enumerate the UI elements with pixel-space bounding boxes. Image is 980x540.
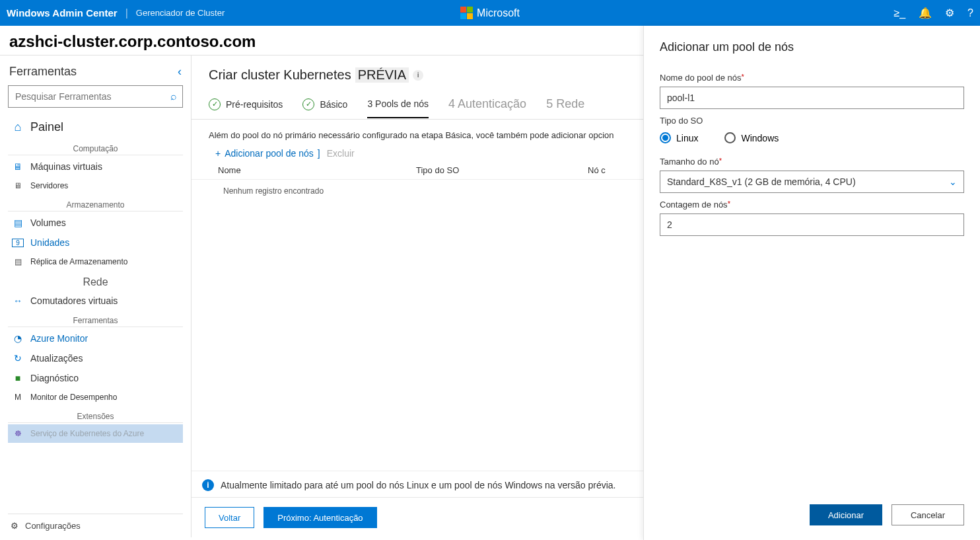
plus-icon: +	[215, 148, 221, 159]
sidebar-item-diagnostics[interactable]: ■ Diagnóstico	[8, 368, 183, 388]
perf-icon: M	[12, 393, 24, 402]
step-basic[interactable]: ✓ Básico	[302, 93, 347, 118]
search-input[interactable]	[14, 91, 170, 102]
group-compute: Computação	[8, 144, 183, 155]
step-nodepools[interactable]: 3 Pools de nós	[367, 93, 429, 118]
context-name[interactable]: Gerenciador de Cluster	[136, 8, 225, 18]
preview-label: PRÉVIA	[355, 67, 409, 83]
sidebar-item-label: Comutadores virtuais	[30, 295, 118, 306]
step-auth[interactable]: 4 Autenticação	[448, 92, 526, 119]
step-label: Pré-requisitos	[226, 99, 283, 110]
info-text: Atualmente limitado para até um pool do …	[221, 480, 615, 490]
sidebar-item-azure-monitor[interactable]: ◔ Azure Monitor	[8, 328, 183, 348]
step-network[interactable]: 5 Rede	[546, 92, 584, 119]
sidebar-item-volumes[interactable]: ▤ Volumes	[8, 213, 183, 233]
sidebar-item-label: Configurações	[25, 521, 81, 531]
next-button[interactable]: Próximo: Autenticação	[263, 507, 376, 528]
help-icon[interactable]: ?	[967, 7, 973, 19]
brand-text: Microsoft	[477, 7, 520, 19]
sidebar-item-label: Diagnóstico	[30, 373, 79, 383]
sidebar-item-label: Serviço de Kubernetes do Azure	[30, 429, 144, 438]
os-type-radios: Linux Windows	[660, 132, 964, 143]
sidebar-item-vswitches[interactable]: ↔ Comutadores virtuais	[8, 291, 183, 311]
sidebar-item-drives[interactable]: 9 Unidades	[8, 233, 183, 252]
sidebar-item-label: Servidores	[30, 181, 68, 190]
group-extensions: Extensões	[8, 412, 183, 423]
gear-icon: ⚙	[11, 521, 18, 531]
notifications-icon[interactable]: 🔔	[919, 7, 932, 19]
step-prereq[interactable]: ✓ Pré-requisitos	[209, 93, 283, 118]
drives-icon: 9	[12, 239, 24, 247]
server-icon: 🖥	[12, 181, 24, 190]
group-tools: Ferramentas	[8, 316, 183, 327]
product-name: Windows Admin Center	[7, 7, 118, 19]
sidebar-item-label: Unidades	[30, 237, 69, 248]
tools-title: Ferramentas	[9, 65, 77, 79]
info-icon: i	[202, 479, 214, 491]
select-node-size[interactable]: Standard_K8S_v1 (2 GB de memória, 4 CPU)…	[660, 171, 964, 193]
sidebar-item-perf-monitor[interactable]: M Monitor de Desempenho	[8, 388, 183, 406]
back-button[interactable]: Voltar	[205, 507, 254, 528]
settings-icon[interactable]: ⚙	[945, 7, 954, 19]
radio-label: Linux	[676, 133, 698, 143]
check-icon: ✓	[209, 98, 221, 110]
label-os-type: Tipo do SO	[660, 116, 964, 126]
step-label: 4 Autenticação	[448, 97, 526, 111]
radio-label: Windows	[741, 133, 779, 143]
label-pool-name: Nome do pool de nós*	[660, 73, 964, 83]
flyout-title: Adicionar um pool de nós	[660, 40, 964, 54]
collapse-sidebar-icon[interactable]: ‹	[178, 65, 182, 79]
input-pool-name[interactable]	[660, 87, 964, 109]
sidebar-item-storage-replica[interactable]: ▤ Réplica de Armazenamento	[8, 252, 183, 271]
flyout-footer: Adicionar Cancelar	[660, 491, 964, 525]
step-label: 3 Pools de nós	[367, 98, 429, 109]
aks-icon: ☸	[12, 429, 24, 438]
add-nodepool-button[interactable]: + Adicionar pool de nós ]	[215, 148, 320, 159]
topbar: Windows Admin Center | Gerenciador de Cl…	[0, 0, 980, 26]
search-icon[interactable]: ⌕	[170, 91, 177, 102]
sidebar-item-vms[interactable]: 🖥 Máquinas virtuais	[8, 157, 183, 176]
brand: Microsoft	[460, 7, 520, 19]
volumes-icon: ▤	[12, 217, 24, 228]
home-icon: ⌂	[12, 120, 24, 134]
replica-icon: ▤	[12, 257, 24, 266]
radio-windows[interactable]: Windows	[724, 132, 779, 143]
radio-dot-icon	[660, 132, 671, 143]
azure-monitor-icon: ◔	[12, 333, 24, 344]
delete-nodepool-button: Excluir	[327, 148, 355, 159]
flyout-add-nodepool: Adicionar um pool de nós Nome do pool de…	[643, 26, 980, 540]
label-node-count: Contagem de nós*	[660, 200, 964, 210]
radio-linux[interactable]: Linux	[660, 132, 698, 143]
flyout-add-button[interactable]: Adicionar	[810, 504, 882, 525]
bracket: ]	[318, 148, 320, 159]
sidebar-item-label: Máquinas virtuais	[30, 161, 102, 172]
group-network: Rede	[8, 276, 183, 289]
tools-search[interactable]: ⌕	[8, 85, 183, 108]
tools-header: Ferramentas ‹	[8, 62, 183, 85]
step-label: Básico	[320, 99, 347, 110]
sidebar-settings[interactable]: ⚙ Configurações	[8, 514, 183, 531]
vm-icon: 🖥	[12, 161, 24, 172]
cloud-shell-icon[interactable]: ≥_	[893, 7, 905, 19]
separator: |	[125, 7, 128, 19]
col-name: Nome	[218, 165, 390, 175]
diagnostics-icon: ■	[12, 373, 24, 383]
sidebar-item-servers[interactable]: 🖥 Servidores	[8, 176, 183, 195]
sidebar-item-label: Azure Monitor	[30, 333, 88, 344]
sidebar-item-label: Monitor de Desempenho	[30, 393, 117, 402]
group-storage: Armazenamento	[8, 200, 183, 212]
col-os: Tipo do SO	[416, 165, 561, 175]
sidebar-item-updates[interactable]: ↻ Atualizações	[8, 348, 183, 368]
input-node-count[interactable]	[660, 213, 964, 236]
info-icon[interactable]: i	[413, 70, 423, 81]
sidebar-item-aks[interactable]: ☸ Serviço de Kubernetes do Azure	[8, 424, 183, 443]
check-icon: ✓	[302, 98, 314, 110]
sidebar-item-label: Atualizações	[30, 353, 83, 364]
sidebar-item-dashboard[interactable]: ⌂ Painel	[8, 116, 183, 139]
col-count: Nó c	[588, 165, 606, 175]
flyout-cancel-button[interactable]: Cancelar	[892, 504, 964, 525]
radio-dot-icon	[724, 132, 736, 143]
microsoft-logo-icon	[460, 7, 473, 19]
step-label: 5 Rede	[546, 97, 584, 111]
updates-icon: ↻	[12, 353, 24, 364]
